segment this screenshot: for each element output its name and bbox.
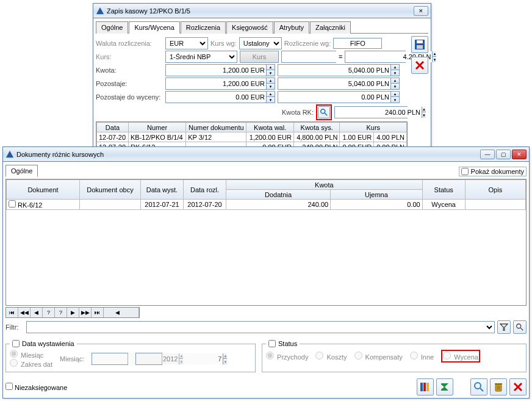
sum-button[interactable] <box>436 378 453 396</box>
table-row[interactable]: 12-07-20KB-12/PKO B/1/4KP 3/121,200.00 E… <box>97 132 407 142</box>
trash-button[interactable] <box>490 378 507 396</box>
close-button[interactable]: ✕ <box>512 150 527 159</box>
tab-kurs-wycena[interactable]: Kurs/Wycena <box>129 21 179 34</box>
nav-next-page[interactable]: ▶▶ <box>79 308 92 317</box>
col-ujemna[interactable]: Ujemna <box>331 190 423 200</box>
titlebar[interactable]: Dokumenty różnic kursowych — ▢ ✕ <box>3 147 529 162</box>
nav-q1[interactable]: ? <box>43 308 55 317</box>
pozwyc-pln[interactable] <box>278 92 390 103</box>
col-dokument[interactable]: Dokument <box>7 180 80 200</box>
nav-scroll[interactable]: ◀ <box>104 308 139 317</box>
month-input[interactable] <box>136 353 223 364</box>
documents-grid[interactable]: Dokument Dokument obcy Data wyst. Data r… <box>5 179 527 306</box>
status-wycena[interactable]: Wycena <box>443 353 478 361</box>
spin-up[interactable]: ▲ <box>390 92 399 97</box>
eq-sign: = <box>339 53 342 60</box>
col-status[interactable]: Status <box>422 180 465 200</box>
nav-q2[interactable]: ? <box>55 308 67 317</box>
tab-ksiegowosc[interactable]: Księgowość <box>226 21 273 34</box>
nav-first[interactable]: ⏮ <box>6 308 18 317</box>
spin-up[interactable]: ▲ <box>390 65 399 70</box>
kwota-eur[interactable] <box>166 65 266 76</box>
pozostaje-pln[interactable] <box>278 78 390 89</box>
spin-down[interactable]: ▼ <box>390 70 399 76</box>
tab-ogolne[interactable]: Ogólne <box>5 165 38 177</box>
col-wyst[interactable]: Data wyst. <box>141 180 184 200</box>
miesiac-radio[interactable]: Miesiąc <box>10 352 43 359</box>
status-kompensaty[interactable]: Kompensaty <box>354 352 403 361</box>
trash-icon <box>493 381 504 392</box>
data-group-checkbox[interactable] <box>12 340 20 347</box>
col-numer[interactable]: Numer <box>128 123 185 132</box>
search-button[interactable] <box>470 378 487 396</box>
status-group-checkbox[interactable] <box>268 340 276 347</box>
spin-up[interactable]: ▲ <box>266 78 275 84</box>
titlebar[interactable]: Zapis kasowy 12/PKO B/1/5 ✕ <box>93 4 431 18</box>
kwotark-value[interactable] <box>335 107 422 118</box>
col-numerdok[interactable]: Numer dokumentu <box>186 123 246 132</box>
svg-line-11 <box>520 328 523 330</box>
col-kwota[interactable]: Kwota <box>226 180 423 190</box>
col-obcy[interactable]: Dokument obcy <box>80 180 141 200</box>
tab-ogolne[interactable]: Ogólne <box>96 21 128 34</box>
spin-down[interactable]: ▼ <box>266 84 275 89</box>
pokaz-dokumenty-input[interactable] <box>461 168 469 175</box>
kurs-button[interactable]: Kurs <box>240 51 279 63</box>
col-rozl[interactable]: Data rozl. <box>184 180 226 200</box>
minimize-button[interactable]: — <box>480 150 495 159</box>
col-kwotawal[interactable]: Kwota wal. <box>246 123 293 132</box>
cancel-button[interactable] <box>411 57 428 74</box>
niezaks-checkbox[interactable]: Niezaksięgowane <box>5 383 67 391</box>
spin-down[interactable]: ▼ <box>390 97 399 103</box>
maximize-button[interactable]: ▢ <box>496 150 511 159</box>
books-button[interactable] <box>417 378 434 396</box>
nav-prev-page[interactable]: ◀◀ <box>18 308 31 317</box>
spin-down[interactable]: ▼ <box>390 84 399 89</box>
col-opis[interactable]: Opis <box>465 180 525 200</box>
status-wycena-highlight: Wycena <box>441 350 480 363</box>
kurs-type-select[interactable]: 1-Średni NBP <box>165 51 237 63</box>
kurswg-select[interactable]: Ustalony <box>239 37 282 49</box>
tab-atrybuty[interactable]: Atrybuty <box>274 21 309 34</box>
status-koszty[interactable]: Koszty <box>315 352 347 361</box>
filter-config-button[interactable] <box>513 320 527 334</box>
pozwyc-eur[interactable] <box>166 92 266 103</box>
spin-up[interactable]: ▲ <box>266 92 275 97</box>
pozostaje-eur[interactable] <box>166 78 266 89</box>
spin-down[interactable]: ▼ <box>266 70 275 76</box>
save-button[interactable] <box>411 36 428 53</box>
svg-marker-0 <box>96 7 104 13</box>
close-action-button[interactable] <box>509 378 527 396</box>
nav-last[interactable]: ⏭ <box>92 308 104 317</box>
grid-navigator[interactable]: ⏮ ◀◀ ◀ ? ? ▶ ▶▶ ⏭ ◀ <box>5 307 140 318</box>
spin-up[interactable]: ▲ <box>432 51 436 57</box>
waluta-select[interactable]: EUR <box>165 37 208 49</box>
books-icon <box>419 381 431 393</box>
filter-button[interactable] <box>497 320 511 334</box>
filtr-select[interactable] <box>26 321 495 333</box>
col-kurs[interactable]: Kurs <box>340 123 407 132</box>
status-przychody[interactable]: Przychody <box>266 352 308 361</box>
col-dodatnia[interactable]: Dodatnia <box>226 190 331 200</box>
table-row[interactable]: RK-6/122012-07-212012-07-20240.000.00Wyc… <box>7 200 526 210</box>
spin-up[interactable]: ▲ <box>390 78 399 84</box>
nav-next[interactable]: ▶ <box>67 308 79 317</box>
spin-down[interactable]: ▼ <box>432 57 436 62</box>
window-title: Zapis kasowy 12/PKO B/1/5 <box>107 7 414 15</box>
tab-rozliczenia[interactable]: Rozliczenia <box>181 21 226 34</box>
zakres-radio[interactable]: Zakres dat <box>10 361 52 368</box>
svg-point-15 <box>475 383 481 389</box>
pokaz-dokumenty-checkbox[interactable]: Pokaż dokumenty <box>459 167 527 176</box>
search-button[interactable] <box>318 106 330 118</box>
spin-up[interactable]: ▲ <box>266 65 275 70</box>
col-data[interactable]: Data <box>97 123 129 132</box>
spin-down[interactable]: ▼ <box>266 97 275 103</box>
tab-zalaczniki[interactable]: Załączniki <box>310 21 351 34</box>
kwota-pln[interactable] <box>278 65 390 76</box>
close-button[interactable]: ✕ <box>414 6 428 16</box>
svg-rect-18 <box>495 383 502 385</box>
status-inne[interactable]: Inne <box>410 352 434 361</box>
nav-prev[interactable]: ◀ <box>31 308 43 317</box>
col-kwotasys[interactable]: Kwota sys. <box>293 123 340 132</box>
miesiac-label: Miesiąc: <box>60 355 84 363</box>
